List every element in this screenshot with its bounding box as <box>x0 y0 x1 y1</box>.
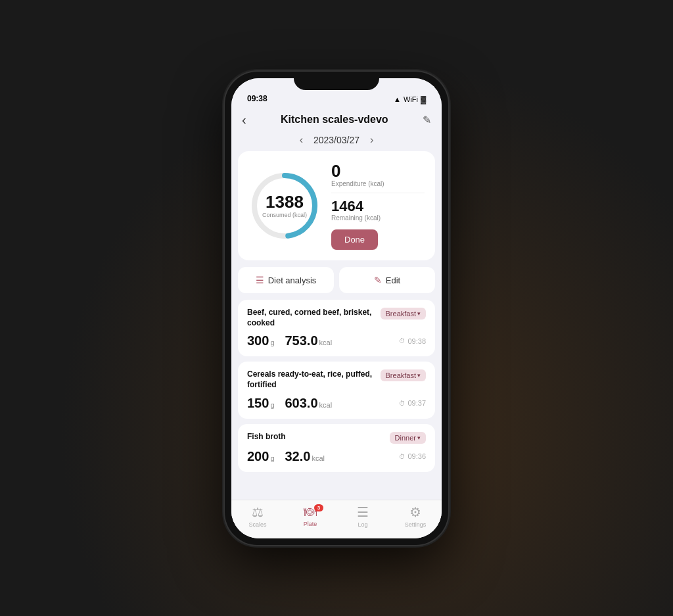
clock-icon-1: ⏱ <box>399 400 406 407</box>
expenditure-value: 0 <box>331 162 425 181</box>
diet-analysis-button[interactable]: ☰ Diet analysis <box>238 267 334 293</box>
edit-icon[interactable]: ✎ <box>423 114 431 126</box>
phone-shell: 09:38 ▲ WiFi ▓ ‹ Kitchen scales-vdevo ✎ … <box>225 72 448 545</box>
food-item-2: Fish broth Dinner ▾ 200 g <box>238 424 435 472</box>
food-kcal-2: 32.0 kcal <box>285 449 325 464</box>
expenditure-label: Expenditure (kcal) <box>331 180 425 187</box>
food-weight-2: 200 g <box>247 449 275 464</box>
meal-label-0: Breakfast <box>386 310 416 318</box>
status-icons: ▲ WiFi ▓ <box>394 95 426 103</box>
food-card-header-1: Cereals ready-to-eat, rice, puffed, fort… <box>247 369 426 390</box>
food-kcal-unit-0: kcal <box>319 339 333 346</box>
scene: 09:38 ▲ WiFi ▓ ‹ Kitchen scales-vdevo ✎ … <box>0 0 673 616</box>
food-weight-unit-2: g <box>270 454 274 462</box>
app-header: ‹ Kitchen scales-vdevo ✎ <box>231 107 442 131</box>
plate-badge: 3 <box>314 504 323 511</box>
summary-card: 1388 Consumed (kcal) 0 Expenditure (kcal… <box>238 151 435 261</box>
food-card-stats-1: 150 g 603.0 kcal ⏱ 09:37 <box>247 396 426 411</box>
date-nav: ‹ 2023/03/27 › <box>231 131 442 151</box>
bottom-nav: ⚖ Scales 🍽 3 Plate ☰ Log ⚙ Settings <box>231 500 442 538</box>
clock-icon-0: ⏱ <box>399 337 406 344</box>
food-time-0: ⏱ 09:38 <box>399 337 426 345</box>
nav-item-log[interactable]: ☰ Log <box>336 504 389 528</box>
remaining-value: 1464 <box>331 199 425 214</box>
battery-icon: ▓ <box>421 95 426 103</box>
calorie-ring: 1388 Consumed (kcal) <box>248 170 321 242</box>
meal-badge-0[interactable]: Breakfast ▾ <box>381 308 426 320</box>
log-icon: ☰ <box>357 504 369 520</box>
food-kcal-value-1: 603.0 <box>285 396 318 411</box>
settings-icon: ⚙ <box>409 504 421 520</box>
food-weight-0: 300 g <box>247 333 275 348</box>
diet-analysis-label: Diet analysis <box>268 275 317 285</box>
food-weight-value-0: 300 <box>247 333 269 348</box>
food-card-header-2: Fish broth Dinner ▾ <box>247 432 426 444</box>
meal-label-2: Dinner <box>395 434 416 442</box>
done-button[interactable]: Done <box>331 229 378 250</box>
food-kcal-unit-1: kcal <box>319 401 333 409</box>
remaining-row: 1464 Remaining (kcal) <box>331 199 425 222</box>
food-card-stats-0: 300 g 753.0 kcal ⏱ 09:38 <box>247 333 426 348</box>
food-kcal-1: 603.0 kcal <box>285 396 333 411</box>
food-time-1: ⏱ 09:37 <box>399 399 426 407</box>
prev-date-button[interactable]: ‹ <box>300 134 303 146</box>
food-weight-value-1: 150 <box>247 396 269 411</box>
stat-divider <box>331 193 425 193</box>
food-time-2: ⏱ 09:36 <box>399 452 426 460</box>
food-time-value-0: 09:38 <box>407 337 426 345</box>
clock-icon-2: ⏱ <box>399 453 406 460</box>
meal-badge-1[interactable]: Breakfast ▾ <box>381 369 426 381</box>
phone-screen: 09:38 ▲ WiFi ▓ ‹ Kitchen scales-vdevo ✎ … <box>231 78 442 538</box>
food-item-0: Beef, cured, corned beef, brisket, cooke… <box>238 300 435 356</box>
edit-label: Edit <box>386 275 400 285</box>
nav-label-scales: Scales <box>248 521 266 528</box>
stats-panel: 0 Expenditure (kcal) 1464 Remaining (kca… <box>331 162 425 250</box>
phone-notch <box>294 72 379 90</box>
food-kcal-value-2: 32.0 <box>285 449 311 464</box>
diet-analysis-icon: ☰ <box>256 275 264 285</box>
scroll-area: 1388 Consumed (kcal) 0 Expenditure (kcal… <box>231 151 442 500</box>
next-date-button[interactable]: › <box>370 134 373 146</box>
edit-button[interactable]: ✎ Edit <box>339 267 435 293</box>
food-name-2: Fish broth <box>247 432 384 442</box>
app-content: ‹ Kitchen scales-vdevo ✎ ‹ 2023/03/27 › <box>231 107 442 538</box>
nav-item-settings[interactable]: ⚙ Settings <box>389 504 442 528</box>
food-name-1: Cereals ready-to-eat, rice, puffed, fort… <box>247 369 375 390</box>
nav-label-log: Log <box>358 521 367 528</box>
remaining-label: Remaining (kcal) <box>331 214 425 222</box>
meal-badge-2[interactable]: Dinner ▾ <box>390 432 426 444</box>
food-weight-unit-0: g <box>270 339 274 346</box>
page-title: Kitchen scales-vdevo <box>281 114 388 126</box>
consumed-value: 1388 <box>266 193 304 210</box>
expenditure-row: 0 Expenditure (kcal) <box>331 162 425 188</box>
food-kcal-0: 753.0 kcal <box>285 333 333 348</box>
nav-label-settings: Settings <box>405 521 427 528</box>
food-kcal-unit-2: kcal <box>312 454 325 462</box>
current-date: 2023/03/27 <box>313 135 360 145</box>
status-time: 09:38 <box>247 94 267 103</box>
meal-badge-arrow-2: ▾ <box>417 435 421 441</box>
meal-badge-arrow-1: ▾ <box>417 372 421 379</box>
nav-item-scales[interactable]: ⚖ Scales <box>231 504 284 528</box>
food-card-stats-2: 200 g 32.0 kcal ⏱ 09:36 <box>247 449 426 464</box>
meal-label-1: Breakfast <box>386 371 416 379</box>
back-button[interactable]: ‹ <box>242 112 246 128</box>
food-weight-value-2: 200 <box>247 449 269 464</box>
food-name-0: Beef, cured, corned beef, brisket, cooke… <box>247 308 375 328</box>
food-time-value-1: 09:37 <box>407 399 426 407</box>
food-weight-unit-1: g <box>270 401 274 409</box>
nav-item-plate[interactable]: 🍽 3 Plate <box>284 504 336 528</box>
food-card-header-0: Beef, cured, corned beef, brisket, cooke… <box>247 308 426 328</box>
food-kcal-value-0: 753.0 <box>285 333 318 348</box>
scales-icon: ⚖ <box>252 504 264 520</box>
wifi-icon: WiFi <box>404 95 418 103</box>
edit-btn-icon: ✎ <box>374 275 382 285</box>
food-item-1: Cereals ready-to-eat, rice, puffed, fort… <box>238 362 435 418</box>
action-row: ☰ Diet analysis ✎ Edit <box>238 267 435 293</box>
nav-label-plate: Plate <box>304 521 317 527</box>
ring-center: 1388 Consumed (kcal) <box>248 170 321 242</box>
signal-icon: ▲ <box>394 95 401 103</box>
meal-badge-arrow-0: ▾ <box>417 310 421 317</box>
food-time-value-2: 09:36 <box>407 452 426 460</box>
food-weight-1: 150 g <box>247 396 275 411</box>
